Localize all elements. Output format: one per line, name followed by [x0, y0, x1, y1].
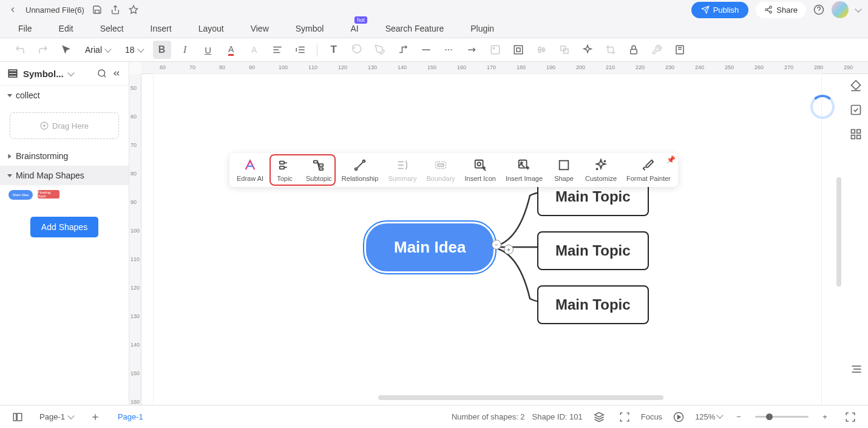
menu-select[interactable]: Select [100, 24, 124, 33]
collapse-icon[interactable] [112, 69, 121, 78]
shape-main-idea[interactable]: Main Idea [8, 190, 33, 200]
chevron-down-icon [137, 46, 144, 52]
pin-icon[interactable]: 📌 [666, 155, 676, 164]
group-button[interactable] [555, 41, 574, 59]
float-subtopic[interactable]: Subtopic [306, 158, 332, 182]
shape-floating[interactable]: Floating Topic [38, 190, 59, 199]
crop-button[interactable] [602, 41, 620, 59]
bound-icon [433, 158, 448, 172]
focus-icon[interactable] [615, 408, 634, 426]
search-icon[interactable] [97, 69, 107, 78]
float-iimg[interactable]: Insert Image [506, 158, 543, 182]
highlight-button[interactable]: A [245, 41, 263, 59]
fullscreen-icon[interactable] [841, 408, 860, 426]
float-shape[interactable]: Shape [552, 158, 575, 182]
save-icon[interactable] [92, 4, 103, 15]
menu-plugin[interactable]: Plugin [470, 24, 494, 33]
rotate-button[interactable] [348, 41, 366, 59]
publish-button[interactable]: Publish [691, 2, 749, 18]
zoom-slider[interactable] [755, 416, 809, 418]
align-obj-button[interactable] [532, 41, 551, 59]
menu-view[interactable]: View [251, 24, 269, 33]
image-button[interactable] [486, 41, 504, 59]
page-select[interactable]: Page-1 [34, 409, 79, 424]
float-sum[interactable]: Summary [388, 158, 416, 182]
outline-toggle-icon[interactable] [850, 362, 863, 376]
star-icon[interactable] [128, 4, 139, 15]
tools-button[interactable] [648, 41, 666, 59]
menu-symbol[interactable]: Symbol [296, 24, 324, 33]
svg-point-36 [98, 70, 105, 76]
sidebar-section-collect[interactable]: collect [0, 86, 129, 105]
avatar[interactable] [832, 1, 849, 18]
sidebar-section-mindmap[interactable]: Mind Map Shapes [0, 166, 129, 185]
fill-icon[interactable] [849, 79, 863, 92]
menu-layout[interactable]: Layout [198, 24, 224, 33]
svg-point-49 [363, 160, 365, 163]
node-topic-3[interactable]: Main Topic [537, 285, 649, 324]
share-button[interactable]: Share [756, 2, 806, 18]
lock-button[interactable] [625, 41, 643, 59]
node-topic-2[interactable]: Main Topic [537, 231, 649, 270]
float-topic[interactable]: Topic [273, 158, 296, 182]
redo-button[interactable] [34, 41, 52, 59]
hscrollbar[interactable] [378, 395, 663, 400]
play-icon[interactable] [670, 408, 688, 426]
float-iicon[interactable]: Insert Icon [465, 158, 496, 182]
chevron-down-icon[interactable] [67, 69, 74, 76]
sparkle-button[interactable] [578, 41, 597, 59]
bold-button[interactable]: B [153, 41, 171, 59]
italic-button[interactable]: I [176, 41, 194, 59]
pen-button[interactable] [371, 41, 389, 59]
canvas[interactable]: Main Idea − + Main Topic Main Topic Main… [141, 74, 868, 405]
zoom-in-button[interactable]: + [816, 408, 834, 426]
expand-handle[interactable]: + [504, 245, 514, 254]
vscrollbar[interactable] [836, 177, 841, 287]
add-page-button[interactable] [86, 408, 104, 426]
font-color-button[interactable]: A [222, 41, 240, 59]
grid-icon[interactable] [849, 127, 863, 141]
undo-button[interactable] [11, 41, 29, 59]
avatar-chevron-icon[interactable] [855, 5, 861, 12]
zoom-out-button[interactable]: − [730, 408, 748, 426]
menu-file[interactable]: File [18, 24, 32, 33]
drag-target[interactable]: Drag Here [10, 112, 119, 139]
float-cust[interactable]: Customize [585, 158, 617, 182]
dash-style-button[interactable] [440, 41, 458, 59]
export-icon[interactable] [110, 4, 121, 15]
text-button[interactable]: T [325, 41, 343, 59]
back-icon[interactable] [7, 4, 18, 15]
menu-insert[interactable]: Insert [151, 24, 172, 33]
float-ai[interactable]: Edraw AI [237, 158, 263, 182]
float-rel[interactable]: Relationship [342, 158, 379, 182]
svg-point-5 [765, 8, 768, 11]
page-tab[interactable]: Page-1 [112, 410, 149, 424]
cursor-icon[interactable] [57, 41, 75, 59]
arrow-style-button[interactable] [463, 41, 481, 59]
menu-search[interactable]: Search Feature [385, 24, 444, 33]
float-fmt[interactable]: Format Painter [626, 158, 671, 182]
float-label: Customize [585, 175, 617, 182]
sidebar-section-brainstorming[interactable]: Brainstorming [0, 146, 129, 166]
float-bound[interactable]: Boundary [426, 158, 455, 182]
node-main-idea[interactable]: Main Idea [366, 223, 493, 271]
align-button[interactable] [268, 41, 287, 59]
menu-edit[interactable]: Edit [59, 24, 73, 33]
font-size-select[interactable]: 18 [120, 42, 148, 57]
zoom-level[interactable]: 125% [695, 412, 722, 421]
pages-panel-icon[interactable] [8, 408, 27, 426]
focus-label[interactable]: Focus [641, 412, 662, 421]
page-setup-button[interactable] [671, 41, 689, 59]
collapse-handle[interactable]: − [492, 240, 501, 250]
connector-button[interactable] [394, 41, 412, 59]
line-spacing-button[interactable] [291, 41, 310, 59]
font-family-select[interactable]: Arial [80, 42, 115, 57]
container-button[interactable] [509, 41, 527, 59]
line-style-button[interactable] [417, 41, 435, 59]
style-icon[interactable] [849, 103, 863, 117]
help-icon[interactable] [813, 4, 824, 15]
underline-button[interactable]: U [199, 41, 217, 59]
layers-icon[interactable] [590, 408, 608, 426]
menu-ai[interactable]: AIhot [350, 24, 358, 33]
add-shapes-button[interactable]: Add Shapes [30, 217, 98, 237]
